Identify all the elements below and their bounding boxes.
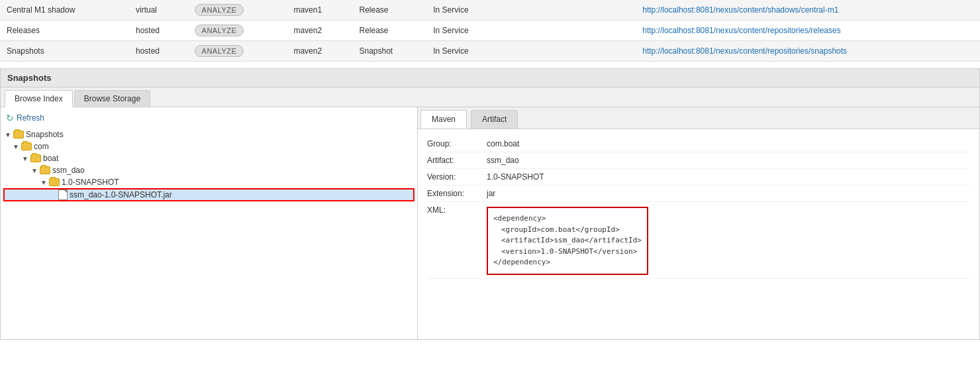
repo-policy: Release (353, 0, 427, 21)
repo-policy: Release (353, 21, 427, 41)
list-item[interactable]: ▼boat (3, 152, 415, 164)
group-label: Group: (427, 139, 487, 148)
refresh-button[interactable]: ↻ Refresh (3, 111, 47, 125)
repo-format: maven1 (287, 0, 352, 21)
tree-node-label: 1.0-SNAPSHOT (62, 178, 119, 187)
folder-icon (21, 142, 32, 150)
table-row: Releases hosted ANALYZE maven2 Release I… (0, 21, 980, 41)
repo-url[interactable]: http://localhost:8081/nexus/content/repo… (636, 21, 980, 41)
detail-content: Group: com.boat Artifact: ssm_dao Versio… (418, 129, 979, 286)
xml-line-3: <artifactId>ssm_dao</artifactId> (493, 235, 642, 246)
file-icon (58, 190, 68, 200)
group-value: com.boat (487, 139, 519, 148)
xml-line-5: </dependency> (493, 257, 642, 268)
repo-format: maven2 (287, 41, 352, 62)
tree-node-label: com (34, 142, 49, 151)
list-item[interactable]: ▼1.0-SNAPSHOT (3, 176, 415, 188)
toggle-icon: ▼ (13, 143, 19, 150)
repo-url[interactable]: http://localhost:8081/nexus/content/repo… (636, 41, 980, 62)
toggle-icon: ▼ (5, 131, 11, 138)
table-row: Snapshots hosted ANALYZE maven2 Snapshot… (0, 41, 980, 62)
list-item[interactable]: ssm_dao-1.0-SNAPSHOT.jar (3, 188, 415, 201)
xml-label: XML: (427, 205, 487, 215)
detail-row-artifact: Artifact: ssm_dao (427, 152, 970, 169)
version-label: Version: (427, 172, 487, 182)
list-item[interactable]: ▼Snapshots (3, 129, 415, 140)
repo-link[interactable]: http://localhost:8081/nexus/content/repo… (642, 46, 847, 56)
tree-node-label: ssm_dao (52, 166, 85, 175)
xml-line-1: <dependency> (493, 213, 642, 225)
repo-type: hosted (129, 21, 188, 41)
folder-icon (40, 166, 50, 174)
artifact-value: ssm_dao (487, 156, 519, 165)
detail-row-xml: XML: <dependency> <groupId>com.boat</gro… (427, 202, 970, 279)
browse-tabs-bar: Browse Index Browse Storage (1, 87, 979, 107)
analyze-cell: ANALYZE (188, 0, 287, 21)
analyze-button[interactable]: ANALYZE (195, 45, 244, 57)
detail-tabs-bar: Maven Artifact (418, 107, 979, 129)
repo-name: Central M1 shadow (0, 0, 129, 21)
extension-label: Extension: (427, 189, 487, 198)
tab-browse-index[interactable]: Browse Index (5, 90, 73, 107)
snapshots-panel-header: Snapshots (1, 69, 979, 87)
tree-node-label: ssm_dao-1.0-SNAPSHOT.jar (70, 190, 172, 199)
refresh-icon: ↻ (6, 113, 14, 123)
repo-url-cell (503, 0, 636, 21)
repo-type: hosted (129, 41, 188, 62)
tab-maven[interactable]: Maven (420, 110, 467, 129)
detail-row-group: Group: com.boat (427, 136, 970, 152)
file-tree: ▼Snapshots▼com▼boat▼ssm_dao▼1.0-SNAPSHOT… (3, 129, 415, 201)
folder-icon (13, 131, 24, 138)
tree-panel: ↻ Refresh ▼Snapshots▼com▼boat▼ssm_dao▼1.… (1, 107, 418, 339)
snapshots-panel: Snapshots Browse Index Browse Storage ↻ … (0, 68, 980, 340)
folder-icon (49, 178, 60, 186)
tab-artifact[interactable]: Artifact (471, 110, 518, 129)
detail-row-extension: Extension: jar (427, 186, 970, 202)
toggle-icon: ▼ (31, 167, 38, 174)
xml-line-4: <version>1.0-SNAPSHOT</version> (493, 246, 642, 258)
artifact-label: Artifact: (427, 156, 487, 165)
analyze-button[interactable]: ANALYZE (195, 25, 244, 36)
repo-format: maven2 (287, 21, 352, 41)
version-value: 1.0-SNAPSHOT (487, 172, 544, 182)
repo-status: In Service (426, 41, 503, 62)
detail-row-version: Version: 1.0-SNAPSHOT (427, 169, 970, 186)
panel-body: ↻ Refresh ▼Snapshots▼com▼boat▼ssm_dao▼1.… (1, 107, 979, 339)
analyze-button[interactable]: ANALYZE (195, 4, 244, 16)
repo-status: In Service (426, 21, 503, 41)
analyze-cell: ANALYZE (188, 21, 287, 41)
refresh-label: Refresh (17, 113, 44, 123)
toggle-icon: ▼ (40, 179, 47, 186)
repo-name: Snapshots (0, 41, 129, 62)
detail-panel: Maven Artifact Group: com.boat Artifact:… (418, 107, 979, 339)
toggle-icon: ▼ (22, 155, 28, 162)
table-row: Central M1 shadow virtual ANALYZE maven1… (0, 0, 980, 21)
tab-browse-storage[interactable]: Browse Storage (74, 90, 150, 107)
repo-link[interactable]: http://localhost:8081/nexus/content/repo… (642, 26, 841, 35)
list-item[interactable]: ▼ssm_dao (3, 164, 415, 176)
xml-line-2: <groupId>com.boat</groupId> (493, 225, 642, 236)
repo-link[interactable]: http://localhost:8081/nexus/content/shad… (642, 5, 838, 15)
list-item[interactable]: ▼com (3, 140, 415, 152)
repo-url-cell (503, 21, 636, 41)
repo-url-cell (503, 41, 636, 62)
repository-table: Central M1 shadow virtual ANALYZE maven1… (0, 0, 980, 62)
xml-content: <dependency> <groupId>com.boat</groupId>… (487, 207, 648, 275)
tree-node-label: boat (43, 154, 58, 163)
repo-type: virtual (129, 0, 188, 21)
analyze-cell: ANALYZE (188, 41, 287, 62)
repo-name: Releases (0, 21, 129, 41)
folder-icon (30, 154, 41, 162)
tree-node-label: Snapshots (26, 130, 64, 139)
repo-policy: Snapshot (353, 41, 427, 62)
repo-url[interactable]: http://localhost:8081/nexus/content/shad… (636, 0, 980, 21)
repo-status: In Service (426, 0, 503, 21)
extension-value: jar (487, 189, 495, 198)
